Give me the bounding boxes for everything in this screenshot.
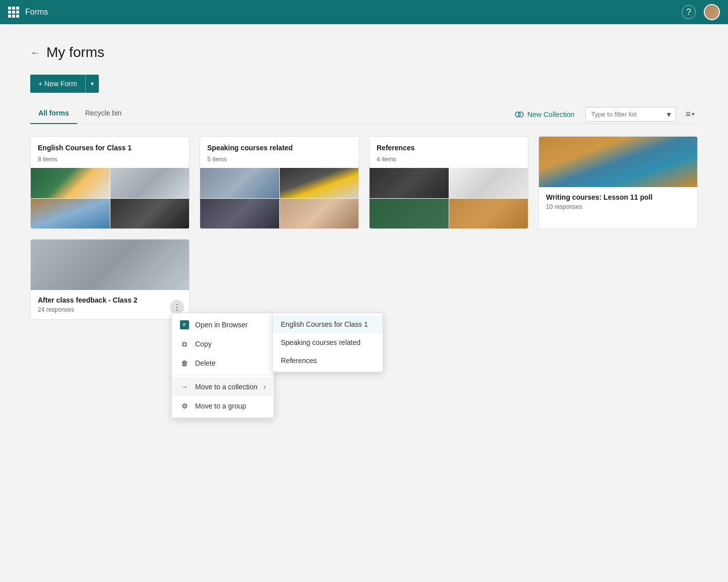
- new-form-button[interactable]: + New Form: [30, 75, 85, 93]
- collection-img-2-3: [449, 199, 528, 229]
- form-card-title-afterclass: After class feedback - Class 2: [38, 296, 182, 304]
- form-thumbnail-writing: [539, 137, 697, 187]
- collection-card-1[interactable]: Speaking courses related 5 items: [200, 136, 359, 229]
- move-collection-chevron-icon: ›: [264, 383, 266, 391]
- context-menu-move-group[interactable]: ⚙ Move to a group: [172, 396, 274, 416]
- copy-label: Copy: [195, 340, 212, 348]
- submenu-item-0[interactable]: English Courses for Class 1: [273, 315, 383, 333]
- back-button[interactable]: ←: [30, 47, 40, 59]
- top-navigation: Forms ?: [0, 0, 728, 24]
- context-menu-delete[interactable]: 🗑 Delete: [172, 354, 274, 373]
- tabs-left: All forms Recycle bin: [30, 105, 130, 124]
- form-card-afterclass[interactable]: After class feedback - Class 2 24 respon…: [30, 239, 190, 320]
- cards-grid-row2: After class feedback - Class 2 24 respon…: [30, 239, 698, 320]
- toolbar: + New Form ▾: [30, 75, 698, 93]
- collection-img-0-2: [31, 199, 110, 229]
- submenu-item-2[interactable]: References: [273, 352, 383, 370]
- new-collection-label: New Collection: [527, 110, 574, 119]
- new-form-dropdown-button[interactable]: ▾: [85, 75, 99, 93]
- collection-title-2: References: [370, 137, 528, 154]
- app-title: Forms: [25, 8, 48, 17]
- collection-icon: [514, 109, 524, 120]
- tabs-row: All forms Recycle bin New Collection ▼ ≡…: [30, 105, 698, 124]
- collection-card-0[interactable]: English Courses for Class 1 8 items: [30, 136, 190, 229]
- collection-count-1: 5 items: [200, 154, 358, 168]
- dropdown-chevron-icon: ▾: [91, 80, 94, 87]
- collection-img-2-1: [449, 168, 528, 198]
- collection-images-2: [370, 168, 528, 228]
- page-title: My forms: [46, 44, 104, 61]
- form-card-title-writing: Writing courses: Lesson 11 poll: [546, 193, 690, 201]
- filter-input-wrap: ▼: [585, 107, 676, 122]
- waffle-icon[interactable]: [8, 7, 19, 18]
- context-divider: [172, 375, 274, 375]
- filter-input[interactable]: [585, 107, 676, 122]
- cards-grid-row1: English Courses for Class 1 8 items Spea…: [30, 136, 698, 229]
- submenu: English Courses for Class 1 Speaking cou…: [272, 313, 383, 372]
- context-menu-open-browser[interactable]: F Open in Browser: [172, 315, 274, 334]
- filter-icon[interactable]: ▼: [665, 110, 673, 119]
- new-collection-button[interactable]: New Collection: [509, 106, 579, 123]
- main-content: ← My forms + New Form ▾ All forms Recycl…: [0, 24, 728, 340]
- sort-chevron-icon: ▾: [692, 111, 695, 118]
- context-menu-copy[interactable]: ⧉ Copy: [172, 334, 274, 354]
- open-browser-icon: F: [180, 320, 189, 329]
- avatar-image: [705, 4, 719, 20]
- collection-count-0: 8 items: [31, 154, 189, 168]
- collection-img-2-2: [370, 199, 449, 229]
- sort-button[interactable]: ≡ ▾: [682, 107, 698, 122]
- topnav-right: ?: [682, 4, 720, 20]
- collection-img-1-2: [200, 199, 279, 229]
- delete-icon: 🗑: [180, 359, 189, 368]
- collection-img-0-3: [110, 199, 190, 229]
- collection-title-0: English Courses for Class 1: [31, 137, 189, 154]
- svg-point-1: [518, 112, 523, 117]
- form-card-responses-writing: 10 responses: [546, 203, 690, 210]
- collection-img-0-1: [110, 168, 190, 198]
- tabs-right: New Collection ▼ ≡ ▾: [509, 106, 698, 123]
- collection-title-1: Speaking courses related: [200, 137, 358, 154]
- move-group-label: Move to a group: [195, 402, 246, 410]
- form-thumbnail-afterclass: [31, 240, 189, 290]
- copy-icon: ⧉: [180, 339, 189, 348]
- form-card-body-afterclass: After class feedback - Class 2 24 respon…: [31, 290, 189, 319]
- move-collection-label: Move to a collection: [195, 383, 258, 391]
- sort-icon: ≡: [685, 109, 691, 120]
- submenu-item-1[interactable]: Speaking courses related: [273, 333, 383, 352]
- collection-img-1-0: [200, 168, 279, 198]
- form-card-responses-afterclass: 24 responses: [38, 306, 182, 313]
- collection-card-2[interactable]: References 4 items: [369, 136, 528, 229]
- form-kebab-button[interactable]: ⋮: [170, 300, 184, 314]
- collection-count-2: 4 items: [370, 154, 528, 168]
- form-card-writing[interactable]: Writing courses: Lesson 11 poll 10 respo…: [538, 136, 698, 229]
- avatar[interactable]: [704, 4, 720, 20]
- open-browser-label: Open in Browser: [195, 321, 248, 329]
- collection-images-0: [31, 168, 189, 228]
- page-header: ← My forms: [30, 44, 698, 61]
- tab-all-forms[interactable]: All forms: [30, 105, 77, 124]
- context-menu: F Open in Browser ⧉ Copy 🗑 Delete → Move…: [171, 313, 274, 418]
- tab-recycle-bin[interactable]: Recycle bin: [77, 105, 130, 124]
- collection-img-0-0: [31, 168, 110, 198]
- context-menu-move-collection[interactable]: → Move to a collection ›: [172, 377, 274, 396]
- help-icon[interactable]: ?: [682, 5, 696, 19]
- collection-img-2-0: [370, 168, 449, 198]
- collection-images-1: [200, 168, 358, 228]
- move-group-icon: ⚙: [180, 401, 189, 411]
- collection-img-1-1: [280, 168, 359, 198]
- new-form-btn-group: + New Form ▾: [30, 75, 99, 93]
- delete-label: Delete: [195, 359, 215, 367]
- topnav-left: Forms: [8, 7, 48, 18]
- move-collection-icon: →: [180, 382, 189, 391]
- collection-img-1-3: [280, 199, 359, 229]
- form-thumb-pipes-bg: [31, 240, 189, 290]
- form-card-body-writing: Writing courses: Lesson 11 poll 10 respo…: [539, 187, 697, 216]
